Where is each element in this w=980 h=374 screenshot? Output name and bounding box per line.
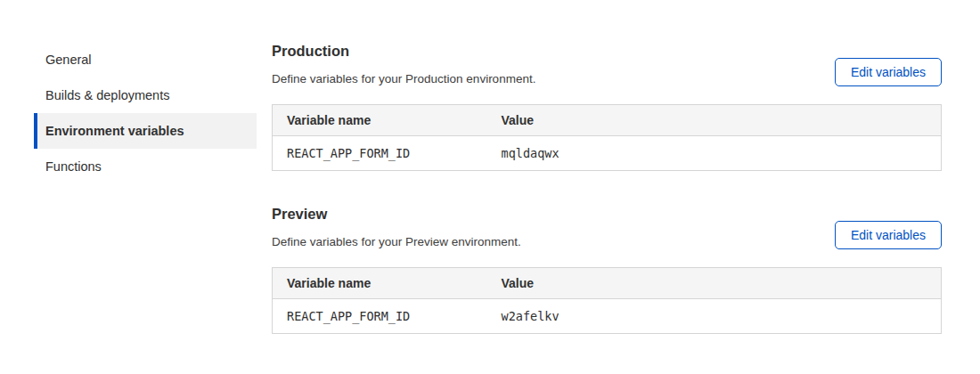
column-header-value: Value [487, 268, 942, 299]
production-section: Production Define variables for your Pro… [272, 42, 942, 171]
column-header-variable-name: Variable name [273, 268, 487, 299]
sidebar-item-label: Builds & deployments [45, 88, 169, 102]
edit-variables-button-preview[interactable]: Edit variables [835, 221, 942, 249]
sidebar-item-general[interactable]: General [34, 42, 257, 77]
sidebar-item-environment-variables[interactable]: Environment variables [34, 113, 257, 149]
sidebar-item-label: Functions [45, 159, 102, 174]
table-header-row: Variable name Value [273, 105, 942, 136]
sidebar-item-label: Environment variables [45, 124, 184, 138]
environment-variables-page: General Builds & deployments Environment… [0, 0, 980, 334]
table-row: REACT_APP_FORM_ID w2afelkv [273, 299, 942, 334]
preview-section: Preview Define variables for your Previe… [272, 205, 942, 334]
table-row: REACT_APP_FORM_ID mqldaqwx [273, 136, 942, 171]
main-content: Production Define variables for your Pro… [272, 42, 942, 334]
section-description-production: Define variables for your Production env… [272, 71, 535, 86]
settings-sidebar: General Builds & deployments Environment… [34, 42, 257, 334]
preview-section-header: Preview Define variables for your Previe… [272, 205, 942, 249]
section-description-preview: Define variables for your Preview enviro… [272, 234, 521, 249]
sidebar-item-label: General [45, 53, 92, 67]
table-header-row: Variable name Value [273, 268, 942, 299]
variable-value-cell: mqldaqwx [487, 136, 942, 171]
section-title-preview: Preview [272, 205, 521, 223]
sidebar-item-functions[interactable]: Functions [34, 149, 257, 184]
production-section-header: Production Define variables for your Pro… [272, 42, 942, 86]
sidebar-item-builds-deployments[interactable]: Builds & deployments [34, 77, 257, 113]
edit-variables-button-production[interactable]: Edit variables [835, 58, 942, 86]
variable-value-cell: w2afelkv [487, 299, 942, 334]
variable-name-cell: REACT_APP_FORM_ID [273, 136, 487, 171]
preview-variables-table: Variable name Value REACT_APP_FORM_ID w2… [272, 267, 942, 334]
variable-name-cell: REACT_APP_FORM_ID [273, 299, 487, 334]
production-section-text: Production Define variables for your Pro… [272, 42, 535, 86]
production-variables-table: Variable name Value REACT_APP_FORM_ID mq… [272, 104, 942, 171]
column-header-variable-name: Variable name [273, 105, 487, 136]
preview-section-text: Preview Define variables for your Previe… [272, 205, 521, 249]
section-title-production: Production [272, 42, 535, 60]
column-header-value: Value [487, 105, 942, 136]
